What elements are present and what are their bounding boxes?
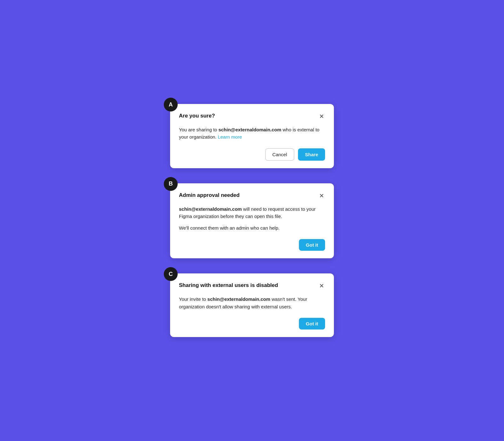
close-icon [319,193,324,198]
dialog-c-close-button[interactable] [318,282,325,289]
cancel-button[interactable]: Cancel [265,148,295,161]
badge-b: B [164,177,178,191]
dialog-c: Sharing with external users is disabled … [170,273,334,337]
dialog-b-footer: Got it [179,239,325,251]
dialog-a-header: Are you sure? [179,113,325,120]
got-it-button-c[interactable]: Got it [299,318,325,329]
dialog-b-body-text-1: schin@externaldomain.com will need to re… [179,205,325,220]
close-icon [319,113,324,119]
share-button[interactable]: Share [298,148,325,161]
dialog-b-close-button[interactable] [318,192,325,199]
dialog-c-title: Sharing with external users is disabled [179,282,278,289]
badge-a: A [164,98,178,112]
close-icon [319,283,324,289]
dialog-b-email: schin@externaldomain.com [179,206,242,212]
dialog-a-close-button[interactable] [318,113,325,120]
dialog-a-title: Are you sure? [179,113,215,119]
dialog-b-title: Admin approval needed [179,192,240,198]
dialog-a-footer: Cancel Share [179,148,325,161]
dialog-c-email: schin@externaldomain.com [207,296,270,302]
dialog-c-footer: Got it [179,318,325,329]
dialog-wrapper-c: C Sharing with external users is disable… [170,273,334,337]
dialog-c-header: Sharing with external users is disabled [179,282,325,289]
dialog-c-body: Your invite to schin@externaldomain.com … [179,295,325,310]
got-it-button-b[interactable]: Got it [299,239,325,251]
dialog-a-body-text: You are sharing to schin@externaldomain.… [179,126,325,141]
dialog-a-email: schin@externaldomain.com [218,127,281,132]
dialog-c-body-text: Your invite to schin@externaldomain.com … [179,295,325,310]
dialog-wrapper-b: B Admin approval needed schin@externaldo… [170,183,334,259]
learn-more-link[interactable]: Learn more [218,134,242,140]
dialog-a-body: You are sharing to schin@externaldomain.… [179,126,325,141]
dialog-b: Admin approval needed schin@externaldoma… [170,183,334,259]
dialog-wrapper-a: A Are you sure? You are sharing to schin… [170,104,334,168]
dialog-b-body: schin@externaldomain.com will need to re… [179,205,325,232]
dialog-b-body-text-2: We'll connect them with an admin who can… [179,224,325,232]
dialog-b-header: Admin approval needed [179,192,325,199]
dialog-a: Are you sure? You are sharing to schin@e… [170,104,334,168]
